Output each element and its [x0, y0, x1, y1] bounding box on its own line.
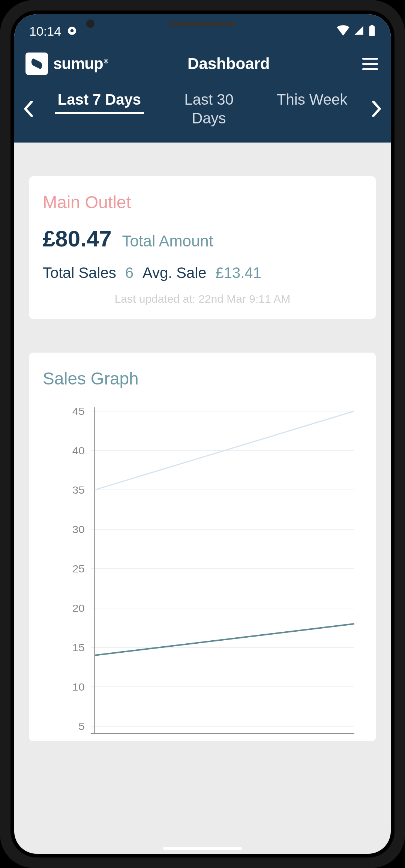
- tab-last-7-days[interactable]: Last 7 Days: [55, 89, 144, 114]
- status-time: 10:14: [29, 24, 61, 39]
- disc-icon: [67, 24, 77, 39]
- sales-graph-title: Sales Graph: [43, 368, 362, 389]
- battery-icon: [368, 25, 376, 38]
- brand-logo: [26, 53, 48, 75]
- svg-text:25: 25: [72, 563, 85, 575]
- status-bar: 10:14: [14, 14, 391, 48]
- svg-point-1: [70, 29, 74, 32]
- summary-card: Main Outlet £80.47 Total Amount Total Sa…: [29, 176, 376, 319]
- svg-rect-3: [369, 26, 375, 36]
- svg-text:15: 15: [72, 642, 85, 653]
- svg-text:20: 20: [72, 602, 85, 614]
- page-title: Dashboard: [108, 55, 361, 73]
- chevron-left-icon: [24, 101, 33, 117]
- total-sales-label: Total Sales: [43, 264, 116, 281]
- tab-last-30-days[interactable]: Last 30Days: [181, 89, 236, 129]
- total-amount-label: Total Amount: [122, 232, 213, 250]
- avg-sale-label: Avg. Sale: [142, 264, 207, 281]
- chevron-right-icon: [372, 101, 381, 117]
- svg-rect-2: [370, 25, 374, 26]
- svg-text:35: 35: [72, 484, 85, 496]
- tabs-prev-button[interactable]: [21, 101, 36, 117]
- svg-text:30: 30: [72, 524, 85, 535]
- date-range-tabs: Last 7 Days Last 30Days This Week: [14, 82, 391, 143]
- tab-this-week[interactable]: This Week: [274, 89, 350, 110]
- svg-text:45: 45: [72, 405, 85, 417]
- svg-text:10: 10: [72, 681, 85, 693]
- sales-graph: 45 40 35 30 25 20 15 10 5: [43, 404, 362, 741]
- sales-graph-card: Sales Graph: [29, 353, 376, 741]
- tabs-next-button[interactable]: [369, 101, 384, 117]
- last-updated: Last updated at: 22nd Mar 9:11 AM: [43, 293, 362, 305]
- svg-text:40: 40: [72, 445, 85, 457]
- total-sales-value: 6: [125, 264, 134, 281]
- svg-text:5: 5: [78, 721, 85, 732]
- menu-button[interactable]: [361, 56, 380, 72]
- signal-icon: [353, 25, 364, 37]
- avg-sale-value: £13.41: [215, 264, 261, 281]
- outlet-name: Main Outlet: [43, 192, 362, 212]
- wifi-icon: [337, 25, 350, 37]
- total-amount-value: £80.47: [43, 226, 112, 252]
- app-header: sumup® Dashboard: [14, 48, 391, 82]
- brand-name: sumup®: [53, 55, 108, 73]
